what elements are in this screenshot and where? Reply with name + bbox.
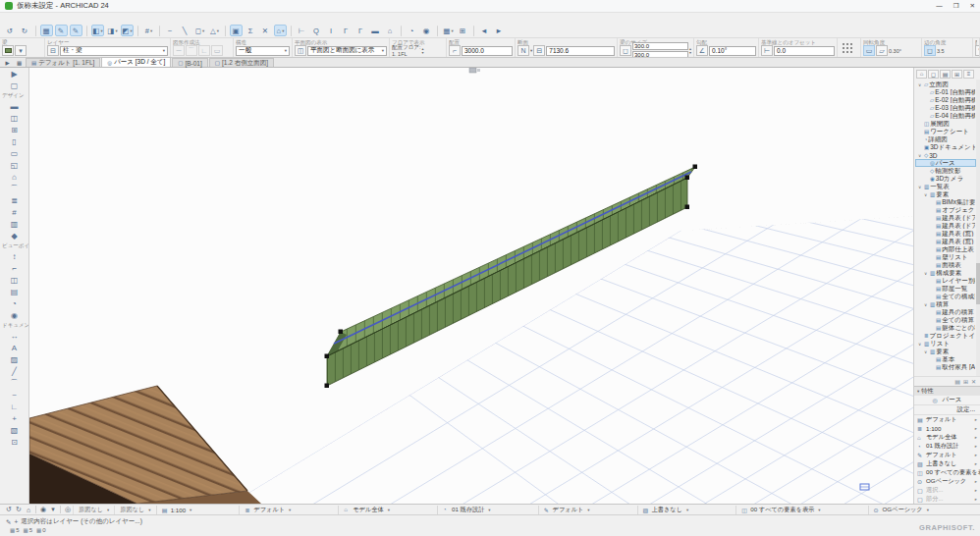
line-tool-icon[interactable]: ╱ xyxy=(0,365,28,377)
redo-icon[interactable]: ↻ xyxy=(19,25,31,36)
quick-option[interactable]: ▤ 1:100 ▾ xyxy=(156,506,240,514)
column-tool-icon[interactable]: ▯ xyxy=(0,135,28,147)
navigator-tree-item[interactable]: ∨ ▥ 構成要素 xyxy=(915,269,976,277)
navigator-tree-item[interactable]: ▱ E-04 [自動再構築を使用] xyxy=(915,112,976,120)
project-map-icon[interactable]: ◻ xyxy=(928,70,939,79)
railing-tool-icon[interactable]: # xyxy=(0,206,28,218)
expander-icon[interactable]: ∨ xyxy=(918,153,923,158)
navigator-tree-item[interactable]: ▤ BIMx集計要素 xyxy=(915,198,976,206)
edge-angle-button[interactable]: ◻ xyxy=(924,45,936,56)
navigator-tree-item[interactable]: ◇ 軸測投影 xyxy=(915,167,976,175)
quick-option[interactable]: ⊙ OGベーシック ▾ xyxy=(868,506,976,514)
navigator-tree-item[interactable]: ▤ レイヤー別構成要素 xyxy=(915,277,976,285)
navigator-tree-item[interactable]: ▤ 内部仕上表 xyxy=(915,245,976,253)
elevation-input[interactable]: 3000.0 xyxy=(462,46,513,56)
worksheet-tool-icon[interactable]: ▤ xyxy=(0,286,28,297)
size-stepper[interactable]: ▴▾ xyxy=(689,47,691,55)
info-icon[interactable]: I xyxy=(325,25,338,36)
view-nav-button[interactable] xyxy=(35,506,36,513)
maximize-button[interactable]: ❐ xyxy=(953,2,959,10)
quick-option[interactable]: ◫ 00 すべての要素を表示 ▾ xyxy=(735,506,867,514)
curtain-wall-tool-icon[interactable]: ▥ xyxy=(0,218,28,230)
navigator-tree-item[interactable]: ▤ 全ての構成要素 xyxy=(915,293,976,300)
tab-overview-button[interactable]: ▦ xyxy=(14,58,25,67)
close-button[interactable]: ✕ xyxy=(970,2,975,10)
plan-display-select[interactable]: 平面図と断面図に表示 ▾ xyxy=(307,46,387,56)
beam-width-input[interactable]: 300.0 xyxy=(632,42,688,50)
ref-offset-input[interactable]: 0.0 xyxy=(774,46,835,56)
sum-icon[interactable]: Σ xyxy=(245,25,257,36)
view-setting-row[interactable]: ◔ 01 既存設計 ▸ xyxy=(914,442,980,451)
story-icon[interactable]: ⌂▾ xyxy=(274,25,287,36)
navigator-tree-item[interactable]: ▤ オブジェクトリスト xyxy=(915,206,976,214)
navigator-tree-item[interactable]: ▤ 建具表 (ドア) xyxy=(915,214,976,222)
poly-mode-icon[interactable]: △▾ xyxy=(208,25,221,36)
navigator-tree-item[interactable]: ∨ ▥ リスト xyxy=(915,340,976,348)
view-setting-row[interactable]: ⊙ OGベーシック ▸ xyxy=(914,477,980,486)
expander-icon[interactable]: ∨ xyxy=(918,342,923,347)
navigator-tree-item[interactable]: ◉ 3Dカメラ xyxy=(915,175,976,183)
geometry-straight-button[interactable]: ─ xyxy=(173,45,185,56)
slope-input[interactable]: 0.10° xyxy=(709,46,756,56)
fill-tool-icon[interactable]: ▨ xyxy=(0,353,28,365)
layouts-icon[interactable]: ▦▾ xyxy=(442,25,455,36)
detail-tool-icon[interactable]: ◔ xyxy=(0,297,28,309)
roof-tool-icon[interactable]: ⌂ xyxy=(0,171,28,183)
view-option[interactable]: 原図なし ▾ xyxy=(73,506,114,514)
elevation-tool-icon[interactable]: ⌐ xyxy=(0,262,28,274)
navigator-tree-item[interactable]: ▤ ワークシート xyxy=(915,128,976,135)
expander-icon[interactable]: ∨ xyxy=(924,302,929,307)
navigator-tree-item[interactable]: ▱ E-03 [自動再構築を使用] xyxy=(915,104,976,112)
project-chooser-icon[interactable]: ⌂ xyxy=(916,70,927,79)
settings-button[interactable]: 設定... xyxy=(957,405,975,414)
navigator-tree-item[interactable]: ▤ 取付家具 [AS様式] xyxy=(915,363,976,371)
toolbar-button[interactable] xyxy=(35,26,36,36)
slab-tool-icon[interactable]: ◱ xyxy=(0,159,28,171)
measure-icon[interactable]: ⊢ xyxy=(296,25,308,36)
edge-angle-value[interactable]: 3.5 xyxy=(937,48,945,54)
expander-icon[interactable]: ∨ xyxy=(918,82,923,87)
toolbar-button[interactable] xyxy=(401,26,402,36)
length-input[interactable]: 7130.6 xyxy=(546,46,615,56)
tab-scroll-button[interactable]: ▶ xyxy=(2,58,13,67)
tree-settings-icon[interactable]: ▤ xyxy=(954,378,960,385)
rebuild-icon[interactable]: ◔ xyxy=(406,25,418,36)
navigator-tree-item[interactable]: ◫ 展開図 xyxy=(915,120,976,128)
layer-lock-icon[interactable]: ⊟ xyxy=(47,45,59,56)
organizer-icon[interactable]: ⊞ xyxy=(457,25,469,36)
navigator-tree-item[interactable]: ≣ プロジェクトインデックス xyxy=(915,332,976,340)
navigator-tree-item[interactable]: ∨ ▱ 立面図 xyxy=(915,80,976,88)
geometry-chain-button[interactable]: ∟ xyxy=(198,45,210,56)
marquee-tool-icon[interactable]: ▢ xyxy=(0,80,28,91)
camera-tool-icon[interactable]: ◉ xyxy=(0,309,28,321)
window-tool-icon[interactable]: ⊞ xyxy=(0,124,28,135)
pen-icon[interactable]: ✎ xyxy=(55,25,68,36)
polyline-tool-icon[interactable]: ∟ xyxy=(0,401,28,412)
toolbar-button[interactable] xyxy=(137,26,138,36)
door-tool-icon[interactable]: ◫ xyxy=(0,112,28,124)
snap-points-icon[interactable]: ◩▾ xyxy=(121,25,134,36)
minimize-button[interactable]: — xyxy=(936,2,943,10)
navigator-tree-item[interactable]: ∨ ▥ 積算 xyxy=(915,300,976,308)
navigator-tree-item[interactable]: ▣ 3Dドキュメント xyxy=(915,143,976,151)
profile-mode-button[interactable]: N xyxy=(517,45,529,56)
orbit-icon[interactable]: ◉ xyxy=(420,25,433,36)
fit-view-icon[interactable]: ⌂ xyxy=(24,507,33,513)
arc-tool-icon[interactable]: ⌒ xyxy=(0,377,28,389)
beam-tool-icon[interactable]: ▭ xyxy=(0,147,28,159)
shell-tool-icon[interactable]: ⌒ xyxy=(0,183,28,194)
navigator-tree-item[interactable]: ▤ 壁リスト xyxy=(915,253,976,261)
scrollbar-thumb[interactable] xyxy=(976,263,980,304)
navigator-tree-item[interactable]: ∨ ▥ 一覧表 xyxy=(915,183,976,190)
quick-option[interactable]: ▨ 上書きなし ▾ xyxy=(637,506,736,514)
geometry-rect-button[interactable]: ▭ xyxy=(211,45,223,56)
quick-option[interactable]: ≣ デフォルト ▾ xyxy=(239,506,338,514)
toolbar-button[interactable] xyxy=(86,26,87,36)
toolbar-button[interactable] xyxy=(473,26,474,36)
hotspot-tool-icon[interactable]: + xyxy=(0,412,28,424)
text-tool-icon[interactable]: A xyxy=(0,342,28,353)
view-setting-row[interactable]: ▨ 上書きなし ▸ xyxy=(914,459,980,468)
arrow-tool-icon[interactable]: ▶ xyxy=(0,68,28,80)
pen2-icon[interactable]: ✎ xyxy=(70,25,82,36)
tree-scrollbar[interactable] xyxy=(976,80,980,376)
